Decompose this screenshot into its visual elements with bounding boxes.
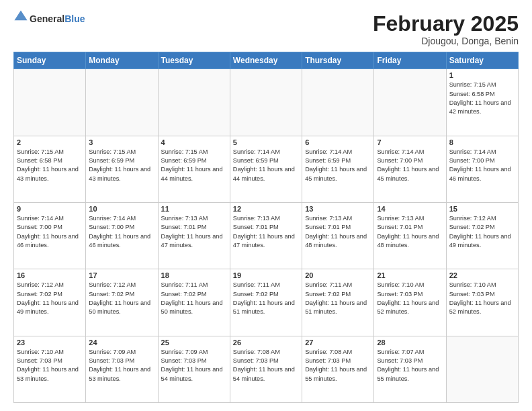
- calendar-table: Sunday Monday Tuesday Wednesday Thursday…: [13, 52, 519, 403]
- day-number: 9: [17, 205, 83, 213]
- table-row: 17Sunrise: 7:12 AMSunset: 7:02 PMDayligh…: [86, 269, 158, 336]
- day-info: Sunrise: 7:12 AMSunset: 7:02 PMDaylight:…: [89, 281, 154, 316]
- table-row: 19Sunrise: 7:11 AMSunset: 7:02 PMDayligh…: [230, 269, 302, 336]
- calendar-header-row: Sunday Monday Tuesday Wednesday Thursday…: [14, 52, 519, 69]
- day-number: 13: [305, 205, 371, 213]
- table-row: [86, 69, 158, 136]
- day-info: Sunrise: 7:11 AMSunset: 7:02 PMDaylight:…: [161, 281, 227, 316]
- table-row: 3Sunrise: 7:15 AMSunset: 6:59 PMDaylight…: [86, 136, 158, 202]
- table-row: 6Sunrise: 7:14 AMSunset: 6:59 PMDaylight…: [302, 136, 374, 202]
- table-row: 4Sunrise: 7:15 AMSunset: 6:59 PMDaylight…: [158, 136, 230, 202]
- table-row: 28Sunrise: 7:07 AMSunset: 7:03 PMDayligh…: [374, 336, 446, 402]
- table-row: 1Sunrise: 7:15 AMSunset: 6:58 PMDaylight…: [446, 69, 518, 136]
- day-number: 10: [89, 205, 154, 213]
- day-info: Sunrise: 7:11 AMSunset: 7:02 PMDaylight:…: [233, 281, 299, 316]
- col-saturday: Saturday: [446, 52, 518, 69]
- day-number: 19: [233, 271, 299, 279]
- month-title: February 2025: [373, 12, 519, 36]
- week-row-4: 16Sunrise: 7:12 AMSunset: 7:02 PMDayligh…: [14, 269, 519, 336]
- day-info: Sunrise: 7:14 AMSunset: 7:00 PMDaylight:…: [17, 214, 83, 250]
- day-number: 16: [17, 271, 83, 279]
- table-row: 10Sunrise: 7:14 AMSunset: 7:00 PMDayligh…: [86, 202, 158, 269]
- table-row: 11Sunrise: 7:13 AMSunset: 7:01 PMDayligh…: [158, 202, 230, 269]
- table-row: 25Sunrise: 7:09 AMSunset: 7:03 PMDayligh…: [158, 336, 230, 402]
- day-info: Sunrise: 7:14 AMSunset: 7:00 PMDaylight:…: [377, 148, 443, 183]
- table-row: 9Sunrise: 7:14 AMSunset: 7:00 PMDaylight…: [14, 202, 86, 269]
- day-number: 12: [233, 205, 299, 213]
- day-info: Sunrise: 7:13 AMSunset: 7:01 PMDaylight:…: [233, 214, 299, 250]
- table-row: 24Sunrise: 7:09 AMSunset: 7:03 PMDayligh…: [86, 336, 158, 402]
- week-row-2: 2Sunrise: 7:15 AMSunset: 6:58 PMDaylight…: [14, 136, 519, 202]
- day-number: 27: [305, 338, 371, 347]
- day-number: 1: [449, 71, 515, 79]
- table-row: [446, 336, 518, 402]
- table-row: 14Sunrise: 7:13 AMSunset: 7:01 PMDayligh…: [374, 202, 446, 269]
- logo-icon: [13, 9, 28, 24]
- day-info: Sunrise: 7:13 AMSunset: 7:01 PMDaylight:…: [305, 214, 371, 250]
- day-number: 8: [449, 138, 515, 146]
- week-row-1: 1Sunrise: 7:15 AMSunset: 6:58 PMDaylight…: [14, 69, 519, 136]
- day-info: Sunrise: 7:10 AMSunset: 7:03 PMDaylight:…: [449, 281, 515, 316]
- day-info: Sunrise: 7:13 AMSunset: 7:01 PMDaylight:…: [161, 214, 227, 250]
- table-row: 21Sunrise: 7:10 AMSunset: 7:03 PMDayligh…: [374, 269, 446, 336]
- day-info: Sunrise: 7:14 AMSunset: 6:59 PMDaylight:…: [305, 148, 371, 183]
- day-number: 7: [377, 138, 443, 146]
- day-number: 26: [233, 338, 299, 347]
- svg-marker-0: [14, 10, 27, 20]
- day-info: Sunrise: 7:14 AMSunset: 7:00 PMDaylight:…: [449, 148, 515, 183]
- day-info: Sunrise: 7:08 AMSunset: 7:03 PMDaylight:…: [305, 348, 371, 383]
- day-info: Sunrise: 7:07 AMSunset: 7:03 PMDaylight:…: [377, 348, 443, 383]
- day-number: 25: [161, 338, 227, 347]
- table-row: 26Sunrise: 7:08 AMSunset: 7:03 PMDayligh…: [230, 336, 302, 402]
- table-row: [158, 69, 230, 136]
- day-number: 15: [449, 205, 515, 213]
- day-info: Sunrise: 7:15 AMSunset: 6:59 PMDaylight:…: [89, 148, 154, 183]
- table-row: 18Sunrise: 7:11 AMSunset: 7:02 PMDayligh…: [158, 269, 230, 336]
- day-number: 18: [161, 271, 227, 279]
- day-number: 23: [17, 338, 83, 347]
- table-row: 20Sunrise: 7:11 AMSunset: 7:02 PMDayligh…: [302, 269, 374, 336]
- day-number: 14: [377, 205, 443, 213]
- day-number: 20: [305, 271, 371, 279]
- col-sunday: Sunday: [14, 52, 86, 69]
- week-row-5: 23Sunrise: 7:10 AMSunset: 7:03 PMDayligh…: [14, 336, 519, 402]
- col-thursday: Thursday: [302, 52, 374, 69]
- day-info: Sunrise: 7:09 AMSunset: 7:03 PMDaylight:…: [161, 348, 227, 383]
- table-row: 27Sunrise: 7:08 AMSunset: 7:03 PMDayligh…: [302, 336, 374, 402]
- logo: GeneralBlue: [13, 12, 85, 27]
- day-info: Sunrise: 7:12 AMSunset: 7:02 PMDaylight:…: [17, 281, 83, 316]
- day-number: 3: [89, 138, 154, 146]
- day-number: 17: [89, 271, 154, 279]
- header: GeneralBlue February 2025 Djougou, Donga…: [13, 12, 519, 46]
- table-row: [374, 69, 446, 136]
- day-number: 11: [161, 205, 227, 213]
- day-number: 24: [89, 338, 154, 347]
- week-row-3: 9Sunrise: 7:14 AMSunset: 7:00 PMDaylight…: [14, 202, 519, 269]
- table-row: [14, 69, 86, 136]
- title-block: February 2025 Djougou, Donga, Benin: [373, 12, 519, 46]
- day-info: Sunrise: 7:15 AMSunset: 6:59 PMDaylight:…: [161, 148, 227, 183]
- location: Djougou, Donga, Benin: [373, 36, 519, 46]
- table-row: 7Sunrise: 7:14 AMSunset: 7:00 PMDaylight…: [374, 136, 446, 202]
- logo-general: General: [30, 13, 64, 24]
- day-number: 2: [17, 138, 83, 146]
- day-number: 28: [377, 338, 443, 347]
- day-info: Sunrise: 7:13 AMSunset: 7:01 PMDaylight:…: [377, 214, 443, 250]
- table-row: 23Sunrise: 7:10 AMSunset: 7:03 PMDayligh…: [14, 336, 86, 402]
- day-number: 22: [449, 271, 515, 279]
- day-info: Sunrise: 7:12 AMSunset: 7:02 PMDaylight:…: [449, 214, 515, 250]
- day-number: 21: [377, 271, 443, 279]
- day-info: Sunrise: 7:15 AMSunset: 6:58 PMDaylight:…: [17, 148, 83, 183]
- table-row: 16Sunrise: 7:12 AMSunset: 7:02 PMDayligh…: [14, 269, 86, 336]
- day-info: Sunrise: 7:14 AMSunset: 7:00 PMDaylight:…: [89, 214, 154, 250]
- day-info: Sunrise: 7:14 AMSunset: 6:59 PMDaylight:…: [233, 148, 299, 183]
- table-row: 8Sunrise: 7:14 AMSunset: 7:00 PMDaylight…: [446, 136, 518, 202]
- day-number: 5: [233, 138, 299, 146]
- table-row: 22Sunrise: 7:10 AMSunset: 7:03 PMDayligh…: [446, 269, 518, 336]
- day-info: Sunrise: 7:08 AMSunset: 7:03 PMDaylight:…: [233, 348, 299, 383]
- day-info: Sunrise: 7:11 AMSunset: 7:02 PMDaylight:…: [305, 281, 371, 316]
- col-monday: Monday: [86, 52, 158, 69]
- table-row: [302, 69, 374, 136]
- col-wednesday: Wednesday: [230, 52, 302, 69]
- day-info: Sunrise: 7:10 AMSunset: 7:03 PMDaylight:…: [17, 348, 83, 383]
